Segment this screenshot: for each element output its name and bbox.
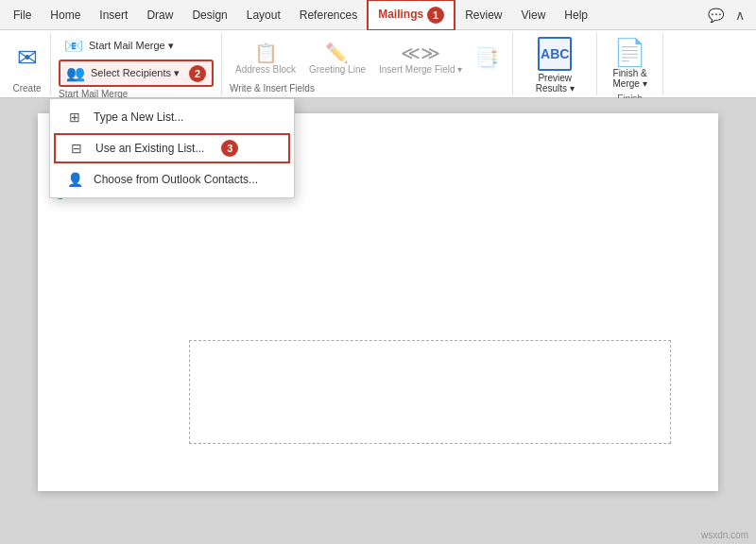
choose-outlook-label: Choose from Outlook Contacts... — [94, 173, 258, 186]
tab-layout[interactable]: Layout — [237, 3, 290, 27]
address-block-label: Address Block — [235, 64, 296, 75]
address-block-btn[interactable]: 📋 Address Block — [230, 39, 301, 77]
use-existing-list-icon: ⊟ — [67, 141, 86, 156]
type-new-list-item[interactable]: ⊞ Type a New List... — [50, 103, 294, 131]
watermark: wsxdn.com — [701, 530, 748, 540]
ribbon-group-start-mail-merge: 📧 Start Mail Merge ▾ 👥 Select Recipients… — [51, 32, 222, 95]
tab-mailings[interactable]: Mailings1 — [367, 0, 455, 31]
select-recipients-dropdown: ⊞ Type a New List... ⊟ Use an Existing L… — [49, 98, 295, 198]
abc-icon: ABC — [538, 37, 572, 71]
ribbon-tabs-bar: File Home Insert Draw Design Layout Refe… — [0, 0, 756, 30]
rules-icon: 📑 — [475, 46, 499, 69]
preview-results-label: PreviewResults ▾ — [536, 73, 575, 94]
tab-file[interactable]: File — [4, 3, 41, 27]
insert-merge-field-btn[interactable]: ≪≫ Insert Merge Field ▾ — [373, 39, 468, 77]
finish-merge-btn[interactable]: 📄 Finish &Merge ▾ — [608, 34, 653, 92]
tab-review[interactable]: Review — [455, 3, 511, 27]
insert-merge-field-label: Insert Merge Field ▾ — [379, 64, 462, 75]
doc-inner-textbox[interactable] — [189, 340, 671, 444]
ribbon: ✉ Create 📧 Start Mail Merge ▾ 👥 Select R… — [0, 30, 756, 98]
comment-icon[interactable]: 💬 — [704, 4, 728, 26]
write-insert-group-label: Write & Insert Fields — [230, 83, 315, 94]
circle-1: 1 — [427, 7, 444, 24]
choose-outlook-item[interactable]: 👤 Choose from Outlook Contacts... — [50, 165, 294, 194]
address-block-icon: 📋 — [254, 42, 278, 64]
greeting-line-btn[interactable]: ✏️ Greeting Line — [303, 39, 371, 77]
select-recipients-label: Select Recipients ▾ — [91, 67, 180, 79]
insert-merge-field-icon: ≪≫ — [401, 42, 440, 64]
ribbon-group-write-insert: 📋 Address Block ✏️ Greeting Line ≪≫ Inse… — [222, 32, 513, 95]
rules-btn[interactable]: 📑 — [470, 43, 505, 72]
tab-design[interactable]: Design — [182, 3, 236, 27]
use-existing-list-item[interactable]: ⊟ Use an Existing List... 3 — [54, 133, 290, 163]
ribbon-group-preview: ABC PreviewResults ▾ Preview Results — [513, 32, 597, 95]
select-recipients-btn[interactable]: 👥 Select Recipients ▾ 2 — [59, 60, 214, 87]
start-mail-merge-btn[interactable]: 📧 Start Mail Merge ▾ — [59, 34, 214, 58]
tab-references[interactable]: References — [290, 3, 367, 27]
select-recipients-icon: 👥 — [66, 64, 85, 82]
use-existing-list-label: Use an Existing List... — [95, 142, 204, 155]
preview-results-btn[interactable]: ABC PreviewResults ▾ — [530, 34, 580, 96]
tab-view[interactable]: View — [512, 3, 556, 27]
tab-home[interactable]: Home — [41, 3, 90, 27]
create-envelope-icon: ✉ — [17, 43, 38, 73]
tab-help[interactable]: Help — [555, 3, 597, 27]
minimize-ribbon-icon[interactable]: ∧ — [731, 4, 748, 26]
circle-3: 3 — [221, 140, 238, 157]
choose-outlook-icon: 👤 — [65, 172, 84, 187]
circle-2: 2 — [189, 65, 206, 82]
tab-insert[interactable]: Insert — [90, 3, 137, 27]
tab-draw[interactable]: Draw — [137, 3, 182, 27]
start-mail-merge-icon: 📧 — [64, 37, 83, 55]
ribbon-right-icons: 💬 ∧ — [704, 4, 752, 26]
type-new-list-label: Type a New List... — [94, 110, 183, 124]
greeting-line-icon: ✏️ — [325, 42, 349, 64]
finish-merge-label: Finish &Merge ▾ — [613, 68, 647, 89]
create-group-label: Create — [12, 83, 41, 94]
type-new-list-icon: ⊞ — [65, 110, 84, 125]
finish-merge-icon: 📄 — [613, 37, 646, 68]
ribbon-group-create: ✉ Create — [4, 32, 51, 95]
greeting-line-label: Greeting Line — [309, 64, 366, 75]
ribbon-group-finish: 📄 Finish &Merge ▾ Finish — [597, 32, 663, 95]
start-mail-merge-label: Start Mail Merge ▾ — [89, 40, 174, 52]
